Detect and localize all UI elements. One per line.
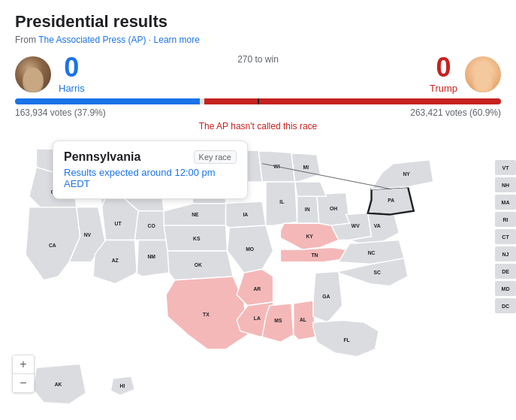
trump-bar	[204, 98, 501, 104]
state-md-box[interactable]: MD	[495, 281, 516, 296]
state-ny[interactable]	[372, 160, 433, 189]
harris-name: Harris	[59, 83, 85, 94]
state-nh-box[interactable]: NH	[495, 177, 516, 192]
zoom-controls: + −	[12, 355, 35, 393]
state-oh[interactable]	[317, 192, 350, 225]
harris-avatar	[15, 56, 51, 92]
trump-avatar	[465, 56, 501, 92]
state-al[interactable]	[294, 301, 315, 340]
map-container: WA OR CA NV ID MT WY UT AZ CO NM ND	[0, 137, 516, 415]
state-co[interactable]	[134, 211, 167, 240]
tooltip-header: Pennsylvania Key race	[64, 150, 237, 164]
tooltip-state-name: Pennsylvania	[64, 150, 140, 164]
state-il[interactable]	[266, 182, 297, 225]
harris-section: 0 Harris	[15, 54, 85, 94]
win-threshold-label: 270 to win	[237, 54, 279, 65]
win-marker: 270 to win	[237, 54, 279, 65]
trump-section: 0 Trump	[430, 54, 501, 94]
state-ky[interactable]	[280, 223, 339, 249]
harris-votes: 163,934 votes (37.9%)	[15, 107, 106, 118]
zoom-in-button[interactable]: +	[13, 355, 34, 373]
candidates-bar: 0 Harris 270 to win 0 Trump	[15, 54, 501, 94]
state-ok[interactable]	[167, 251, 233, 280]
state-hi[interactable]	[110, 376, 134, 395]
state-ri-box[interactable]: RI	[495, 212, 516, 227]
source-prefix: From	[15, 35, 38, 45]
state-mi[interactable]	[291, 153, 321, 182]
harris-info: 0 Harris	[59, 54, 85, 94]
ap-link[interactable]: The Associated Press (AP)	[38, 35, 146, 45]
vote-counts: 163,934 votes (37.9%) 263,421 votes (60.…	[15, 107, 501, 118]
key-race-badge: Key race	[194, 150, 237, 164]
state-nj-box[interactable]: NJ	[495, 246, 516, 261]
state-fl[interactable]	[313, 320, 379, 356]
state-de-box[interactable]: DE	[495, 264, 516, 279]
state-ak[interactable]	[33, 364, 86, 403]
trump-name: Trump	[430, 83, 457, 94]
state-mi-lower[interactable]	[295, 182, 327, 196]
trump-score: 0	[436, 54, 451, 81]
state-ga[interactable]	[313, 271, 342, 322]
state-ar[interactable]	[237, 269, 273, 305]
state-ne[interactable]	[164, 204, 225, 225]
progress-bar	[15, 98, 501, 104]
threshold-marker	[258, 98, 259, 104]
ap-notice: The AP hasn't called this race	[15, 121, 501, 131]
zoom-out-button[interactable]: −	[13, 374, 34, 392]
tooltip-results: Results expected around 12:00 pm AEDT	[64, 167, 237, 189]
state-vt-box[interactable]: VT	[495, 160, 516, 175]
small-states-column: VT NH MA RI CT NJ DE MD DC	[495, 160, 516, 313]
state-ma-box[interactable]: MA	[495, 195, 516, 210]
state-ct-box[interactable]: CT	[495, 229, 516, 244]
pennsylvania-tooltip: Pennsylvania Key race Results expected a…	[53, 141, 248, 199]
trump-votes: 263,421 votes (60.9%)	[410, 107, 501, 118]
state-mo[interactable]	[228, 225, 273, 273]
page-title: Presidential results	[15, 12, 501, 32]
harris-bar	[15, 98, 200, 104]
source-separator: ·	[149, 35, 154, 45]
harris-score: 0	[64, 54, 79, 81]
state-tn[interactable]	[280, 247, 349, 261]
state-tx[interactable]	[166, 276, 248, 349]
state-nm[interactable]	[134, 240, 169, 276]
learn-more-link[interactable]: Learn more	[154, 35, 200, 45]
state-pa[interactable]	[368, 187, 414, 215]
progress-bar-container	[15, 98, 501, 104]
state-ia[interactable]	[226, 201, 266, 228]
state-ks[interactable]	[164, 225, 227, 251]
state-dc-box[interactable]: DC	[495, 298, 516, 313]
state-in[interactable]	[297, 194, 319, 223]
source-line: From The Associated Press (AP) · Learn m…	[15, 35, 501, 45]
trump-info: 0 Trump	[430, 54, 457, 94]
state-ca[interactable]	[26, 207, 80, 280]
